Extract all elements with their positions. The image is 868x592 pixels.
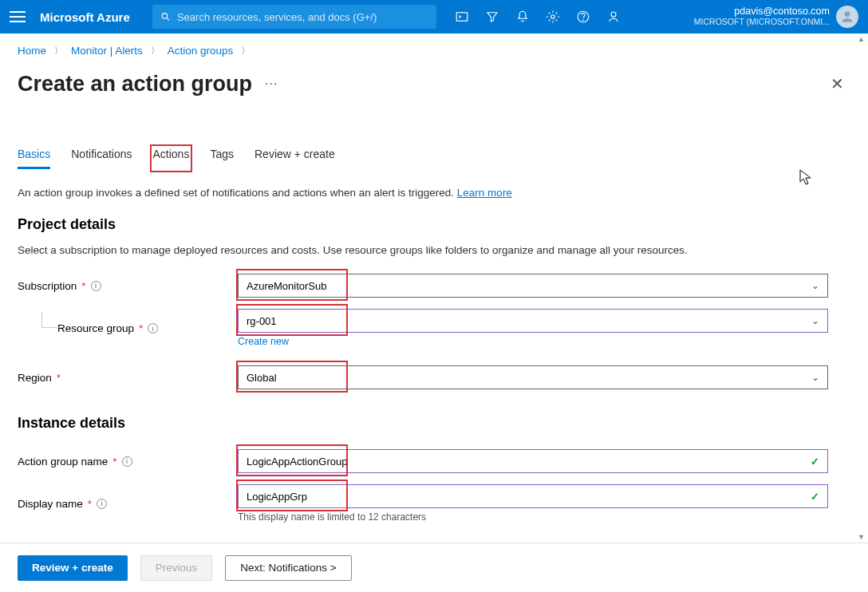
region-label: Region	[18, 372, 52, 384]
tab-review-create[interactable]: Review + create	[254, 148, 335, 169]
cloud-shell-icon[interactable]	[449, 4, 475, 30]
resource-group-dropdown[interactable]: rg-001 ⌄	[238, 309, 828, 333]
required-icon: *	[88, 498, 92, 510]
resource-group-label: Resource group	[57, 322, 134, 334]
previous-button: Previous	[140, 555, 213, 581]
help-icon[interactable]	[570, 4, 596, 30]
row-action-group-name: Action group name * i LogicAppActionGrou…	[18, 448, 850, 475]
display-name-label: Display name	[18, 498, 83, 510]
scroll-down-icon[interactable]: ▼	[858, 533, 865, 541]
info-icon[interactable]: i	[97, 499, 107, 509]
breadcrumb-monitor-alerts[interactable]: Monitor | Alerts	[71, 45, 143, 57]
required-icon: *	[57, 372, 61, 384]
svg-point-5	[582, 20, 583, 21]
bottom-bar: Review + create Previous Next: Notificat…	[0, 543, 868, 592]
more-actions-icon[interactable]: ···	[265, 77, 278, 91]
project-details-heading: Project details	[18, 216, 850, 233]
tab-notifications[interactable]: Notifications	[71, 148, 132, 169]
row-subscription: Subscription * i AzureMonitorSub ⌄	[18, 272, 850, 299]
breadcrumb-sep: 〉	[151, 45, 160, 57]
search-input[interactable]	[177, 11, 428, 23]
region-value: Global	[247, 372, 277, 384]
svg-rect-2	[456, 13, 468, 22]
description: An action group invokes a defined set of…	[18, 187, 850, 199]
svg-point-3	[551, 15, 555, 19]
svg-point-7	[845, 11, 850, 17]
review-create-button[interactable]: Review + create	[18, 555, 128, 581]
breadcrumb-action-groups[interactable]: Action groups	[168, 45, 234, 57]
subscription-label: Subscription	[18, 280, 77, 292]
svg-point-0	[162, 14, 168, 19]
resource-group-value: rg-001	[247, 315, 277, 327]
description-text: An action group invokes a defined set of…	[18, 187, 457, 199]
search-icon	[160, 11, 171, 22]
tabstrip: Basics Notifications Actions Tags Review…	[18, 148, 850, 169]
scroll-up-icon[interactable]: ▲	[858, 35, 865, 43]
page-title: Create an action group	[18, 72, 252, 97]
feedback-icon[interactable]	[601, 4, 626, 30]
required-icon: *	[139, 322, 143, 334]
region-dropdown[interactable]: Global ⌄	[238, 365, 828, 389]
tab-tags[interactable]: Tags	[210, 148, 234, 169]
notifications-icon[interactable]	[510, 4, 535, 30]
valid-check-icon: ✓	[811, 491, 819, 503]
next-button[interactable]: Next: Notifications >	[225, 555, 351, 581]
row-display-name: Display name * i LogicAppGrp ✓ This disp…	[18, 484, 850, 523]
chevron-down-icon: ⌄	[811, 315, 819, 326]
action-group-name-field[interactable]: LogicAppActionGroup ✓	[238, 449, 828, 473]
content-area: Home 〉 Monitor | Alerts 〉 Action groups …	[0, 34, 868, 543]
chevron-down-icon: ⌄	[811, 280, 819, 291]
svg-point-6	[611, 12, 616, 17]
settings-icon[interactable]	[540, 4, 566, 30]
subscription-dropdown[interactable]: AzureMonitorSub ⌄	[238, 274, 828, 298]
user-email: pdavis@contoso.com	[694, 6, 830, 18]
action-group-name-value: LogicAppActionGroup	[247, 456, 347, 468]
info-icon[interactable]: i	[91, 281, 101, 291]
scrollbar[interactable]: ▲ ▼	[855, 34, 866, 543]
breadcrumb-sep: 〉	[54, 45, 63, 57]
user-org: MICROSOFT (MICROSOFT.ONMI...	[694, 18, 830, 27]
info-icon[interactable]: i	[148, 323, 158, 333]
display-name-field[interactable]: LogicAppGrp ✓	[238, 484, 828, 508]
hamburger-menu-icon[interactable]	[10, 11, 26, 22]
directory-filter-icon[interactable]	[479, 4, 505, 30]
search-box[interactable]	[152, 5, 436, 29]
required-icon: *	[112, 456, 116, 468]
brand-label[interactable]: Microsoft Azure	[40, 10, 130, 24]
breadcrumb-home[interactable]: Home	[18, 45, 46, 57]
info-icon[interactable]: i	[122, 456, 132, 467]
instance-details-heading: Instance details	[18, 415, 850, 432]
row-resource-group: Resource group * i rg-001 ⌄ Create new	[18, 309, 850, 348]
action-group-name-label: Action group name	[18, 456, 108, 468]
project-details-sub: Select a subscription to manage deployed…	[18, 244, 850, 256]
close-icon[interactable]: ✕	[824, 71, 850, 97]
avatar[interactable]	[836, 6, 858, 28]
create-new-link[interactable]: Create new	[238, 336, 289, 347]
valid-check-icon: ✓	[811, 456, 819, 468]
required-icon: *	[81, 280, 85, 292]
user-block[interactable]: pdavis@contoso.com MICROSOFT (MICROSOFT.…	[694, 6, 830, 26]
row-region: Region * Global ⌄	[18, 364, 850, 391]
display-name-hint: This display name is limited to 12 chara…	[238, 511, 850, 523]
breadcrumb: Home 〉 Monitor | Alerts 〉 Action groups …	[18, 45, 850, 57]
topbar: Microsoft Azure pdavis@contoso.com MICRO…	[0, 0, 868, 34]
display-name-value: LogicAppGrp	[247, 491, 307, 503]
chevron-down-icon: ⌄	[811, 372, 819, 383]
tab-actions[interactable]: Actions	[153, 148, 190, 169]
learn-more-link[interactable]: Learn more	[457, 187, 512, 199]
breadcrumb-sep: 〉	[241, 45, 250, 57]
subscription-value: AzureMonitorSub	[247, 280, 326, 292]
svg-line-1	[167, 18, 169, 21]
tab-basics[interactable]: Basics	[18, 148, 50, 169]
